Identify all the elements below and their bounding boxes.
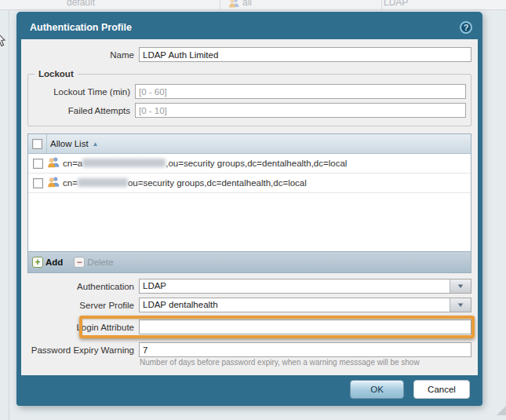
row-checkbox[interactable] [33,178,43,188]
user-group-icon [47,176,60,191]
name-row: Name [27,47,471,62]
allow-list-empty-area [28,193,471,251]
name-label: Name [27,50,134,60]
name-input[interactable] [139,47,471,62]
row-checkbox-cell [28,173,47,192]
delete-button[interactable]: − Delete [74,257,113,268]
column-divider [381,0,382,9]
allow-list-header[interactable]: Allow List ▲ [28,134,471,154]
server-profile-row: Server Profile LDAP dentalhealth ▼ [27,298,471,312]
add-button[interactable]: + Add [32,257,63,268]
mouse-cursor-artifact [0,33,7,52]
password-expiry-hint: Number of days before password expiry, w… [140,358,471,367]
allow-list-entry: cn=a,ou=security groups,dc=dentalhealth,… [63,159,347,168]
background-cell-default: default [67,0,95,8]
resize-grip[interactable] [497,404,506,415]
failed-attempts-row: Failed Attempts [33,103,466,118]
user-group-icon [228,0,240,10]
allow-list-toolbar: + Add − Delete [27,252,471,273]
server-profile-label: Server Profile [27,301,134,310]
authentication-label: Authentication [27,282,134,291]
password-expiry-row: Password Expiry Warning [27,342,471,357]
failed-attempts-input[interactable] [135,103,466,118]
dialog-header: Authentication Profile ? [20,16,479,39]
dialog-title: Authentication Profile [30,22,460,33]
dropdown-button[interactable]: ▼ [450,279,471,293]
background-edge-line [9,10,9,420]
server-profile-value: LDAP dentalhealth [140,298,450,312]
server-profile-dropdown[interactable]: LDAP dentalhealth ▼ [139,298,471,312]
select-all-cell [28,134,47,153]
failed-attempts-label: Failed Attempts [33,106,130,115]
login-attribute-row: Login Attribute [27,320,471,334]
add-icon: + [32,257,43,268]
background-cell-all: all [228,0,252,10]
screen: default all LDAP Authentication Profile … [0,0,506,420]
authentication-dropdown[interactable]: LDAP ▼ [139,279,471,294]
login-attribute-label: Login Attribute [27,323,134,332]
login-attribute-input[interactable] [139,320,471,334]
allow-list-table: Allow List ▲ cn=a,ou=security groups,dc=… [27,133,471,252]
allow-list-entry: cn=ou=security groups,dc=dentalhealth,dc… [63,178,307,188]
allow-list-row[interactable]: cn=ou=security groups,dc=dentalhealth,dc… [28,173,471,193]
lockout-time-row: Lockout Time (min) [33,84,466,99]
background-table-row: default all LDAP [0,0,506,10]
allow-list-column-label: Allow List [50,139,89,148]
authentication-profile-dialog: Authentication Profile ? Name Lockout Lo… [16,12,482,406]
delete-icon: − [74,257,85,268]
chevron-down-icon: ▼ [456,301,464,309]
dropdown-button[interactable]: ▼ [450,298,471,312]
chevron-down-icon: ▼ [456,283,464,290]
redacted-text [82,159,166,167]
cancel-button[interactable]: Cancel [413,380,470,399]
help-icon[interactable]: ? [460,21,472,34]
row-checkbox-cell [28,154,47,173]
lockout-time-input[interactable] [135,84,466,99]
ok-button[interactable]: OK [350,380,404,399]
redacted-text [78,178,128,187]
lockout-group: Lockout Lockout Time (min) Failed Attemp… [27,69,471,126]
lockout-legend: Lockout [35,69,78,79]
select-all-checkbox[interactable] [32,139,42,149]
background-cell-ldap: LDAP [384,0,408,8]
row-checkbox[interactable] [33,159,43,169]
password-expiry-label: Password Expiry Warning [27,345,134,355]
authentication-value: LDAP [140,279,450,293]
sort-ascending-icon: ▲ [93,141,99,148]
password-expiry-input[interactable] [139,342,471,357]
dialog-body: Name Lockout Lockout Time (min) Failed A… [21,38,478,374]
lockout-time-label: Lockout Time (min) [33,87,130,97]
user-group-icon [47,156,60,171]
authentication-row: Authentication LDAP ▼ [27,279,471,294]
dialog-footer: OK Cancel [16,375,482,406]
allow-list-row[interactable]: cn=a,ou=security groups,dc=dentalhealth,… [28,154,471,173]
column-divider [220,0,220,9]
